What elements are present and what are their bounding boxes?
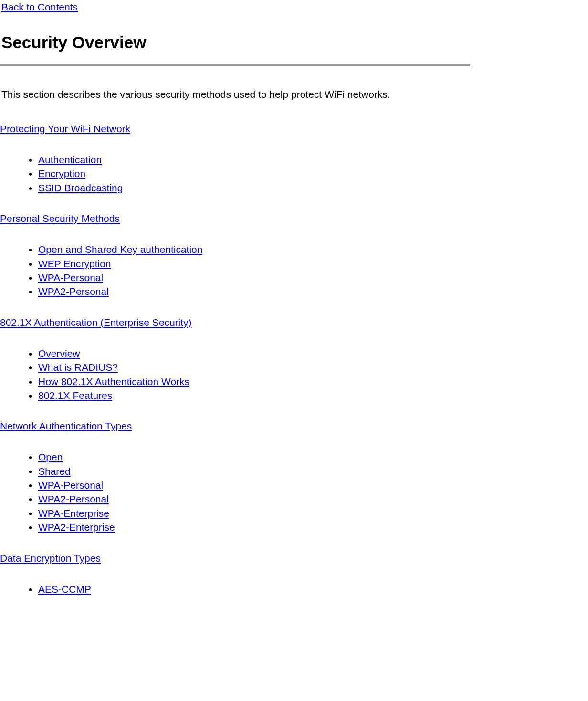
list-item: SSID Broadcasting: [38, 181, 470, 195]
link-open[interactable]: Open: [38, 451, 63, 462]
section-list-protecting: Authentication Encryption SSID Broadcast…: [0, 153, 470, 195]
back-to-contents-link[interactable]: Back to Contents: [1, 1, 470, 13]
list-item: How 802.1X Authentication Works: [38, 375, 470, 388]
section-list-network-auth-types: Open Shared WPA-Personal WPA2-Personal W…: [0, 450, 470, 534]
section-link-network-auth-types[interactable]: Network Authentication Types: [0, 420, 470, 432]
list-item: Shared: [38, 464, 470, 478]
list-item: 802.1X Features: [38, 388, 470, 402]
list-item: WPA-Personal: [38, 478, 470, 492]
link-authentication[interactable]: Authentication: [38, 154, 102, 165]
list-item: WPA2-Personal: [38, 492, 470, 506]
link-encryption[interactable]: Encryption: [38, 168, 85, 179]
link-open-shared-key[interactable]: Open and Shared Key authentication: [38, 244, 202, 255]
list-item: Open and Shared Key authentication: [38, 242, 470, 256]
link-how-8021x-works[interactable]: How 802.1X Authentication Works: [38, 376, 189, 387]
list-item: WEP Encryption: [38, 257, 470, 271]
link-aes-ccmp[interactable]: AES-CCMP: [38, 584, 91, 595]
link-wpa2-personal-auth[interactable]: WPA2-Personal: [38, 493, 109, 504]
section-link-personal[interactable]: Personal Security Methods: [0, 213, 470, 224]
link-ssid-broadcasting[interactable]: SSID Broadcasting: [38, 182, 123, 193]
list-item: What is RADIUS?: [38, 360, 470, 374]
link-wpa-enterprise[interactable]: WPA-Enterprise: [38, 508, 109, 519]
link-wpa2-personal[interactable]: WPA2-Personal: [38, 286, 109, 297]
list-item: Open: [38, 450, 470, 464]
section-list-8021x: Overview What is RADIUS? How 802.1X Auth…: [0, 346, 470, 403]
link-radius[interactable]: What is RADIUS?: [38, 362, 118, 373]
list-item: WPA-Enterprise: [38, 506, 470, 520]
section-list-data-encryption: AES-CCMP: [0, 582, 470, 596]
section-list-personal: Open and Shared Key authentication WEP E…: [0, 242, 470, 299]
link-wpa-personal-auth[interactable]: WPA-Personal: [38, 480, 103, 491]
section-link-data-encryption[interactable]: Data Encryption Types: [0, 553, 470, 564]
section-link-protecting[interactable]: Protecting Your WiFi Network: [0, 123, 470, 135]
list-item: WPA2-Enterprise: [38, 520, 470, 534]
list-item: AES-CCMP: [38, 582, 470, 596]
link-8021x-features[interactable]: 802.1X Features: [38, 390, 112, 401]
section-link-8021x[interactable]: 802.1X Authentication (Enterprise Securi…: [0, 317, 470, 328]
list-item: Authentication: [38, 153, 470, 167]
divider: [0, 64, 470, 66]
link-overview[interactable]: Overview: [38, 348, 80, 359]
link-wpa2-enterprise[interactable]: WPA2-Enterprise: [38, 522, 115, 533]
list-item: Encryption: [38, 167, 470, 180]
intro-text: This section describes the various secur…: [1, 89, 470, 100]
link-shared[interactable]: Shared: [38, 466, 71, 477]
link-wep-encryption[interactable]: WEP Encryption: [38, 258, 111, 269]
list-item: WPA2-Personal: [38, 284, 470, 298]
link-wpa-personal[interactable]: WPA-Personal: [38, 272, 103, 283]
list-item: Overview: [38, 346, 470, 360]
list-item: WPA-Personal: [38, 271, 470, 284]
page-title: Security Overview: [1, 33, 470, 52]
